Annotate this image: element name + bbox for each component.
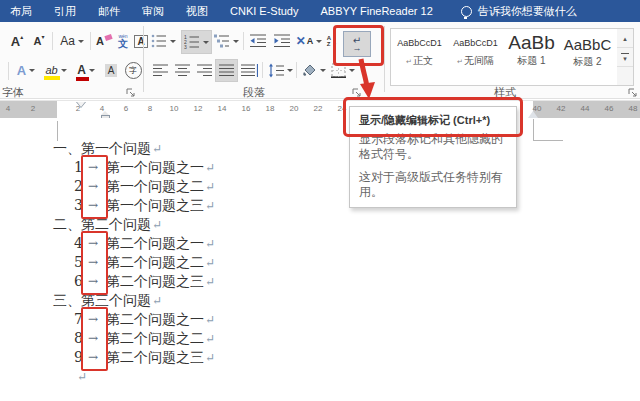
pilcrow-mark: ↵ xyxy=(205,275,215,289)
style-heading2[interactable]: AaBbC 标题 2 xyxy=(560,29,615,83)
tab-marks-annotation-box-1 xyxy=(81,155,108,219)
align-left-icon xyxy=(153,63,168,78)
ruler-tick: 2 xyxy=(26,104,40,113)
pilcrow-mark: ↵ xyxy=(205,256,215,270)
style-gallery-scroll: ▴ ▾ xyxy=(617,28,634,86)
word-window: 布局 引用 邮件 审阅 视图 CNKI E-Study ABBYY FineRe… xyxy=(0,0,640,401)
change-case-button[interactable]: Aa xyxy=(56,30,88,52)
style-label: 标题 1 xyxy=(517,55,545,66)
text-highlight-button[interactable]: ab xyxy=(42,60,70,80)
numbering-button[interactable]: 123 xyxy=(181,30,212,54)
character-border-button[interactable]: A xyxy=(132,31,150,51)
character-shading-icon: A xyxy=(105,64,118,77)
sort-icon: AZ xyxy=(327,35,331,47)
tab-marks-annotation-box-2 xyxy=(81,231,108,295)
ruler-tick: 48 xyxy=(626,104,640,113)
pilcrow-mark: ↵ xyxy=(205,237,215,251)
style-heading1[interactable]: AaBb 标题 1 xyxy=(504,29,559,83)
character-shading-button[interactable]: A xyxy=(101,60,121,80)
chevron-down-icon xyxy=(29,69,35,72)
grow-font-icon: A xyxy=(11,34,20,49)
asian-layout-button[interactable]: ✕ A xyxy=(296,30,322,52)
item-text: 第二个问题之一↵ xyxy=(106,234,215,254)
bullets-button[interactable] xyxy=(150,30,177,52)
gallery-scroll-up-button[interactable]: ▴ xyxy=(617,29,633,48)
group-divider xyxy=(143,26,144,92)
tab-marks-annotation-box-3 xyxy=(81,307,108,371)
eraser-icon xyxy=(104,33,112,40)
horizontal-ruler[interactable]: 42 24681012141618202224262830323436 4042… xyxy=(0,100,640,119)
ruler-tick: 8 xyxy=(143,104,157,113)
phonetic-guide-button[interactable]: wén 文 xyxy=(114,30,132,52)
multilevel-list-icon xyxy=(214,33,230,49)
ribbon-home-content: A▴ A▾ Aa A wén 文 A A ab A A xyxy=(0,22,640,99)
font-color-button[interactable]: A xyxy=(73,60,99,80)
tooltip-title-annotation-box xyxy=(343,97,523,137)
tab-mailings[interactable]: 邮件 xyxy=(98,4,120,19)
tab-cnki-estudy[interactable]: CNKI E-Study xyxy=(230,5,298,17)
style-normal[interactable]: AaBbCcD1 ↵正文 xyxy=(392,29,447,83)
ruler-tick: 22 xyxy=(311,104,325,113)
style-gallery: AaBbCcD1 ↵正文 AaBbCcD1 ↵无间隔 AaBb 标题 1 AaB… xyxy=(390,28,619,86)
tooltip-body-2: 这对于高级版式任务特别有用。 xyxy=(359,170,507,200)
chevron-down-icon xyxy=(78,40,84,43)
item-text: 第二个问题之二↵ xyxy=(106,253,215,273)
phonetic-icon: 文 xyxy=(118,39,128,49)
style-preview: AaBbC xyxy=(560,36,615,53)
style-no-spacing[interactable]: AaBbCcD1 ↵无间隔 xyxy=(448,29,503,83)
document-page[interactable]: 一、第一个问题↵1→第一个问题之一↵2→第一个问题之二↵3→第一个问题之三↵二、… xyxy=(0,118,640,401)
style-preview: AaBbCcD1 xyxy=(448,38,503,48)
align-right-button[interactable] xyxy=(194,60,214,80)
multilevel-list-button[interactable] xyxy=(213,30,240,52)
right-crop-mark xyxy=(533,119,534,140)
first-line-indent-marker[interactable] xyxy=(76,102,86,108)
tell-me-label: 告诉我你想要做什么 xyxy=(478,4,577,19)
ruler-tick: 14 xyxy=(215,104,229,113)
item-text: 第一个问题之二↵ xyxy=(106,177,215,197)
tab-layout[interactable]: 布局 xyxy=(10,4,32,19)
chevron-down-icon xyxy=(287,69,293,72)
ruler-tick: 12 xyxy=(191,104,205,113)
right-indent-marker[interactable] xyxy=(528,111,538,118)
tell-me-box[interactable]: 告诉我你想要做什么 xyxy=(461,4,577,19)
tab-review[interactable]: 审阅 xyxy=(142,4,164,19)
text-effects-button[interactable]: A xyxy=(13,60,39,80)
pilcrow-mark: ↵ xyxy=(205,313,215,327)
tab-abbyy-finereader[interactable]: ABBYY FineReader 12 xyxy=(320,5,432,17)
shading-button[interactable] xyxy=(300,60,326,80)
ruler-tick: 4 xyxy=(1,104,15,113)
align-left-button[interactable] xyxy=(150,60,170,80)
increase-indent-button[interactable] xyxy=(271,30,293,52)
paragraph-mark-icon: ↵ xyxy=(406,58,412,65)
shrink-font-button[interactable]: A▾ xyxy=(29,30,49,52)
ruler-tick: 42 xyxy=(554,104,568,113)
chevron-down-icon xyxy=(170,40,176,43)
pilcrow-mark: ↵ xyxy=(205,332,215,346)
pilcrow-mark: ↵ xyxy=(152,218,162,232)
line-spacing-button[interactable] xyxy=(266,60,294,80)
item-text: 第二个问题之二↵ xyxy=(106,329,215,349)
justify-button[interactable] xyxy=(215,59,238,82)
divider xyxy=(262,62,263,78)
font-color-icon: A xyxy=(77,63,86,77)
enclose-characters-button[interactable]: 字 xyxy=(123,60,143,80)
font-dialog-launcher[interactable] xyxy=(126,88,136,98)
styles-dialog-launcher[interactable] xyxy=(628,88,638,98)
distribute-button[interactable] xyxy=(238,60,260,80)
pilcrow-mark: ↵ xyxy=(205,161,215,175)
align-center-button[interactable] xyxy=(172,60,192,80)
pilcrow-mark: ↵ xyxy=(152,294,162,308)
chevron-down-icon xyxy=(89,69,95,72)
pilcrow-mark: ↵ xyxy=(205,180,215,194)
gallery-more-button[interactable]: ▾ xyxy=(617,48,633,67)
tab-references[interactable]: 引用 xyxy=(54,4,76,19)
decrease-indent-button[interactable] xyxy=(247,30,269,52)
ruler-tick: 16 xyxy=(239,104,253,113)
ribbon-tab-bar: 布局 引用 邮件 审阅 视图 CNKI E-Study ABBYY FineRe… xyxy=(0,0,640,22)
clear-formatting-button[interactable]: A xyxy=(94,30,114,52)
grow-font-button[interactable]: A▴ xyxy=(6,30,28,52)
align-center-icon xyxy=(175,63,190,78)
tab-view[interactable]: 视图 xyxy=(186,4,208,19)
chevron-down-icon xyxy=(320,69,326,72)
pilcrow-mark: ↵ xyxy=(205,199,215,213)
